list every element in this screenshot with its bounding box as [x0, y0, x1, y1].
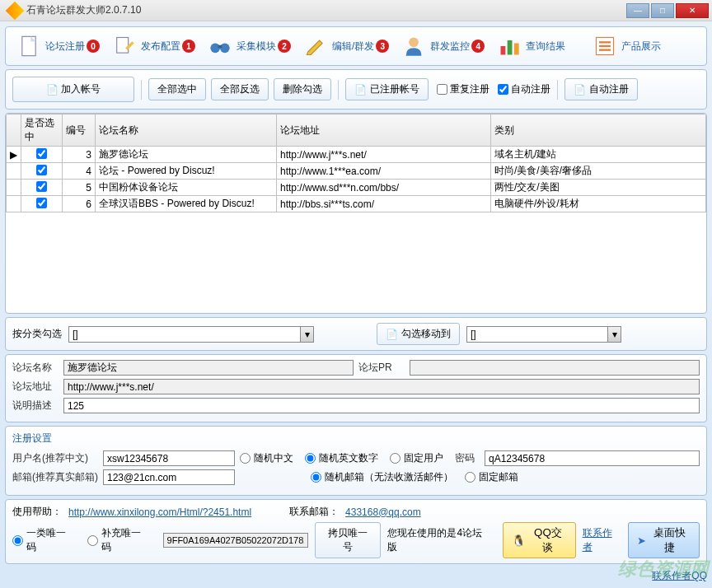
list-icon: [592, 33, 618, 59]
forum-url-label: 论坛地址: [12, 380, 59, 394]
delete-selected-button[interactable]: 删除勾选: [274, 78, 331, 100]
table-row[interactable]: 4论坛 - Powered by Discuz!http://www.1***e…: [7, 163, 706, 180]
help-panel: 使用帮助： http://www.xinxilong.com/Html/?245…: [5, 499, 707, 564]
row-checkbox[interactable]: [36, 198, 47, 208]
qq-chat-button[interactable]: 🐧QQ交谈: [503, 522, 575, 558]
tab-collect-module[interactable]: 采集模块 2: [204, 31, 297, 61]
chevron-down-icon[interactable]: ▾: [607, 327, 621, 342]
password-field[interactable]: [485, 450, 700, 466]
row-checkbox[interactable]: [36, 181, 47, 192]
username-field[interactable]: [103, 450, 235, 466]
tab-forum-register[interactable]: 论坛注册 0: [12, 31, 106, 61]
forum-desc-field[interactable]: [63, 398, 700, 413]
document-icon: [16, 33, 42, 59]
forum-detail-panel: 论坛名称 论坛PR 论坛地址 说明描述: [5, 354, 707, 422]
col-id[interactable]: 编号: [63, 114, 96, 147]
radio-random-cn[interactable]: 随机中文: [240, 451, 293, 465]
row-checkbox[interactable]: [36, 165, 47, 175]
svg-rect-6: [501, 46, 506, 55]
email-field[interactable]: [103, 469, 235, 485]
password-label: 密码: [455, 451, 480, 465]
svg-rect-1: [117, 38, 129, 54]
version-message: 您现在使用的是4论坛版: [387, 526, 490, 554]
add-account-button[interactable]: 📄加入帐号: [12, 77, 134, 102]
contact-email-link[interactable]: 433168@qq.com: [345, 506, 421, 518]
radio-fixed-email[interactable]: 固定邮箱: [465, 470, 518, 484]
desktop-shortcut-button[interactable]: ➤桌面快捷: [628, 522, 700, 558]
penguin-icon: 🐧: [512, 534, 526, 547]
invert-selection-button[interactable]: 全部反选: [211, 78, 269, 100]
forum-table[interactable]: 是否选中 编号 论坛名称 论坛地址 类别 ▶3施罗德论坛http://www.j…: [6, 114, 706, 212]
forum-desc-label: 说明描述: [12, 399, 59, 413]
radio-random-en[interactable]: 随机英文数字: [305, 451, 378, 465]
move-selected-button[interactable]: 📄 勾选移动到: [377, 323, 460, 345]
username-label: 用户名(推荐中文): [12, 451, 98, 465]
repeat-register-checkbox[interactable]: 重复注册: [437, 82, 490, 96]
forum-pr-label: 论坛PR: [358, 361, 405, 375]
help-label: 使用帮助：: [12, 505, 62, 519]
chart-icon: [496, 33, 522, 59]
add-icon: 📄: [46, 84, 58, 96]
col-selected[interactable]: 是否选中: [21, 114, 63, 147]
auto-register-checkbox[interactable]: 自动注册: [498, 82, 550, 96]
table-row[interactable]: 5中国粉体设备论坛http://www.sd***n.com/bbs/两性/交友…: [7, 180, 706, 196]
arrow-icon: ➤: [637, 534, 646, 547]
tab-product-show[interactable]: 产品展示: [588, 31, 664, 61]
radio-fixed-user[interactable]: 固定用户: [390, 451, 443, 465]
email-label: 邮箱(推荐真实邮箱): [12, 470, 98, 484]
window-title: 石青论坛群发大师2.0.7.10: [26, 3, 626, 17]
row-checkbox[interactable]: [36, 148, 47, 159]
close-button[interactable]: ✕: [676, 3, 709, 18]
auto-register-button[interactable]: 📄 自动注册: [564, 78, 638, 100]
copy-code-button[interactable]: 拷贝唯一号: [315, 522, 382, 558]
tab-edit-send[interactable]: 编辑/群发 3: [299, 31, 396, 61]
filter-label: 按分类勾选: [12, 327, 62, 341]
badge: 2: [278, 40, 291, 53]
app-icon: [6, 1, 25, 20]
status-bar: 联系作者QQ: [5, 567, 707, 583]
tab-send-monitor[interactable]: 群发监控 4: [397, 31, 491, 61]
svg-point-5: [410, 38, 419, 48]
radio-random-email[interactable]: 随机邮箱（无法收激活邮件）: [311, 470, 453, 484]
action-toolbar: 📄加入帐号 全部选中 全部反选 删除勾选 📄 已注册帐号 重复注册 自动注册 📄…: [5, 69, 707, 110]
table-row[interactable]: ▶3施罗德论坛http://www.j***s.net/域名主机/建站: [7, 147, 706, 163]
filter-bar: 按分类勾选 ▾ 📄 勾选移动到 ▾: [5, 317, 707, 351]
badge: 0: [87, 40, 100, 53]
svg-rect-8: [514, 44, 519, 55]
unique-code-field: [163, 533, 308, 548]
contact-email-label: 联系邮箱：: [289, 505, 339, 519]
register-settings-title: 注册设置: [12, 430, 700, 447]
binoculars-icon: [207, 33, 233, 59]
maximize-button[interactable]: □: [651, 3, 674, 18]
minimize-button[interactable]: —: [626, 3, 649, 18]
contact-author-link[interactable]: 联系作者: [583, 526, 621, 554]
col-name[interactable]: 论坛名称: [96, 114, 277, 147]
radio-code-type1[interactable]: 一类唯一码: [12, 526, 74, 554]
main-toolbar: 论坛注册 0 发布配置 1 采集模块 2 编辑/群发 3 群发监控 4 查询结果: [5, 26, 707, 66]
svg-rect-7: [508, 40, 513, 55]
forum-url-field: [63, 379, 700, 394]
forum-table-container: 是否选中 编号 论坛名称 论坛地址 类别 ▶3施罗德论坛http://www.j…: [5, 113, 707, 314]
radio-code-type2[interactable]: 补充唯一码: [87, 526, 149, 554]
category-filter-combo[interactable]: ▾: [68, 326, 314, 343]
help-link[interactable]: http://www.xinxilong.com/Html/?2451.html: [68, 506, 251, 518]
registered-accounts-button[interactable]: 📄 已注册帐号: [345, 78, 429, 100]
col-category[interactable]: 类别: [491, 114, 706, 147]
tab-query-results[interactable]: 查询结果: [493, 31, 569, 61]
svg-rect-4: [218, 45, 222, 49]
select-all-button[interactable]: 全部选中: [148, 78, 206, 100]
author-qq-link[interactable]: 联系作者QQ: [652, 569, 707, 583]
forum-name-label: 论坛名称: [12, 361, 59, 375]
tab-publish-config[interactable]: 发布配置 1: [108, 31, 202, 61]
forum-name-field: [63, 360, 354, 376]
col-url[interactable]: 论坛地址: [277, 114, 491, 147]
badge: 4: [471, 40, 485, 53]
pencil-icon: [302, 33, 329, 59]
titlebar: 石青论坛群发大师2.0.7.10 — □ ✕: [0, 0, 712, 21]
forum-pr-field: [410, 360, 700, 376]
user-icon: [400, 33, 427, 59]
register-settings-panel: 注册设置 用户名(推荐中文) 随机中文 随机英文数字 固定用户 密码 邮箱(推荐…: [5, 426, 707, 496]
move-target-combo[interactable]: ▾: [466, 326, 621, 343]
chevron-down-icon[interactable]: ▾: [300, 327, 313, 342]
table-row[interactable]: 6 全球汉语BBS - Powered by Discuz!http://bbs…: [7, 196, 706, 212]
